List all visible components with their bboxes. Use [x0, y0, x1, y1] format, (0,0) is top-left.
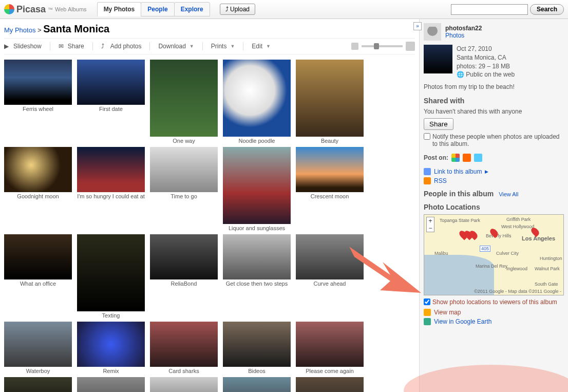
thumbnail-caption: Time to go	[150, 192, 218, 199]
post-on-label: Post on:	[424, 154, 448, 161]
thumbnail-image[interactable]	[223, 322, 291, 367]
picasa-icon	[4, 4, 14, 14]
thumbnail-image[interactable]	[77, 147, 145, 192]
rss-link[interactable]: RSS	[434, 177, 447, 184]
share-button[interactable]: ✉ Share	[59, 43, 84, 50]
link-to-album[interactable]: Link to this album	[434, 168, 482, 175]
thumbnail-caption: Bideos	[223, 367, 291, 374]
photo-thumbnail[interactable]: Get close then two steps	[223, 234, 291, 319]
thumbnail-image[interactable]	[4, 147, 72, 192]
photo-thumbnail[interactable]: Ferris wheel	[4, 60, 72, 144]
thumbnail-image[interactable]	[150, 322, 218, 367]
photo-thumbnail[interactable]: ReliaBond	[150, 234, 218, 319]
photo-thumbnail[interactable]: What an office	[4, 234, 72, 319]
thumbnail-caption: Crescent moon	[296, 192, 364, 199]
thumbnail-image[interactable]	[150, 147, 218, 192]
photo-thumbnail[interactable]: Goodnight moon	[4, 147, 72, 231]
tab-my-photos[interactable]: My Photos	[97, 2, 142, 16]
download-dropdown[interactable]: Download ▼	[158, 43, 194, 50]
prints-dropdown[interactable]: Prints ▼	[211, 43, 235, 50]
photo-thumbnail[interactable]: I'm so hungry I could eat at	[77, 147, 145, 231]
share-button-sidebar[interactable]: Share	[424, 118, 453, 130]
photo-thumbnail[interactable]: Card sharks	[150, 322, 218, 374]
twitter-icon[interactable]	[474, 154, 482, 162]
thumbnail-image[interactable]	[296, 60, 364, 137]
photo-thumbnail[interactable]	[296, 377, 364, 392]
photo-thumbnail[interactable]	[77, 377, 145, 392]
breadcrumb-sep: >	[37, 26, 42, 34]
add-photos-button[interactable]: ⤴ Add photos	[101, 43, 142, 50]
photo-thumbnail[interactable]: Bideos	[223, 322, 291, 374]
thumbnail-image[interactable]	[296, 147, 364, 192]
thumbnail-image[interactable]	[296, 377, 364, 392]
photo-thumbnail[interactable]: One way	[150, 60, 218, 144]
location-map[interactable]: + − Topanga State Park Griffith Park Wes…	[424, 214, 564, 295]
show-locations-checkbox[interactable]	[424, 298, 430, 305]
photo-thumbnail[interactable]	[150, 377, 218, 392]
thumbnail-image[interactable]	[150, 377, 218, 392]
sidebar-toggle[interactable]: »	[413, 22, 422, 30]
logo-tm: ™	[48, 7, 53, 12]
notify-checkbox[interactable]	[424, 133, 430, 140]
thumbnail-image[interactable]	[77, 234, 145, 311]
avatar[interactable]	[424, 23, 441, 41]
thumbnail-image[interactable]	[77, 377, 145, 392]
thumbnail-image[interactable]	[150, 234, 218, 279]
photo-thumbnail[interactable]: Time to go	[150, 147, 218, 231]
photo-thumbnail[interactable]: Liquor and sunglasses	[223, 147, 291, 231]
edit-label: Edit	[252, 43, 262, 50]
thumbnail-image[interactable]	[223, 147, 291, 224]
photo-thumbnail[interactable]: Texting	[77, 234, 145, 319]
map-zoom-in[interactable]: +	[427, 217, 434, 225]
zoom-slider[interactable]	[351, 42, 415, 51]
tab-explore[interactable]: Explore	[174, 2, 210, 16]
breadcrumb-root[interactable]: My Photos	[4, 26, 35, 34]
view-all-link[interactable]: View All	[499, 191, 518, 197]
photo-thumbnail[interactable]	[4, 377, 72, 392]
thumbnail-image[interactable]	[150, 60, 218, 137]
blogger-icon[interactable]	[463, 154, 471, 162]
thumbnail-caption: ReliaBond	[150, 279, 218, 287]
photo-thumbnail[interactable]: Remix	[77, 322, 145, 374]
thumbnail-image[interactable]	[223, 234, 291, 279]
map-zoom-out[interactable]: −	[427, 225, 434, 232]
view-earth-link[interactable]: View in Google Earth	[434, 318, 492, 325]
search-input[interactable]	[451, 4, 528, 15]
thumbnail-image[interactable]	[223, 60, 291, 137]
photo-thumbnail[interactable]: Please come again	[296, 322, 364, 374]
map-zoom-controls[interactable]: + −	[426, 217, 434, 232]
thumbnail-image[interactable]	[77, 60, 145, 105]
thumbnail-image[interactable]	[4, 377, 72, 392]
logo[interactable]: Picasa ™ Web Albums	[4, 4, 87, 15]
thumbnail-image[interactable]	[4, 322, 72, 367]
photo-thumbnail[interactable]: Waterboy	[4, 322, 72, 374]
map-label: West Hollywood	[501, 224, 534, 229]
thumbnail-image[interactable]	[4, 60, 72, 105]
photo-thumbnail[interactable]: Beauty	[296, 60, 364, 144]
view-map-link[interactable]: View map	[434, 309, 461, 316]
buzz-icon[interactable]	[451, 154, 460, 162]
thumbnail-caption: Liquor and sunglasses	[223, 224, 291, 231]
notify-label: Notify these people when photos are uplo…	[432, 133, 564, 147]
thumbnail-image[interactable]	[296, 322, 364, 367]
map-label: Culver City	[496, 251, 519, 256]
slideshow-button[interactable]: ▶ Slideshow	[4, 43, 42, 50]
slider-track[interactable]	[362, 45, 403, 47]
search-button[interactable]: Search	[530, 4, 564, 15]
thumbnail-image[interactable]	[4, 234, 72, 279]
thumbnail-image[interactable]	[223, 377, 291, 392]
thumbnail-caption: Texting	[77, 311, 145, 319]
photo-thumbnail[interactable]: First date	[77, 60, 145, 144]
upload-button[interactable]: ⤴ Upload	[220, 4, 255, 15]
thumbnail-image[interactable]	[77, 322, 145, 367]
slider-thumb[interactable]	[374, 43, 379, 49]
photo-thumbnail[interactable]: Crescent moon	[296, 147, 364, 231]
edit-dropdown[interactable]: Edit ▼	[252, 43, 271, 50]
photos-link[interactable]: Photos	[445, 32, 464, 39]
map-label: Topanga State Park	[440, 218, 480, 223]
chevron-down-icon: ▼	[230, 44, 235, 49]
photo-thumbnail[interactable]: Noodle poodle	[223, 60, 291, 144]
album-thumbnail[interactable]	[424, 45, 452, 73]
tab-people[interactable]: People	[141, 2, 174, 16]
photo-thumbnail[interactable]	[223, 377, 291, 392]
